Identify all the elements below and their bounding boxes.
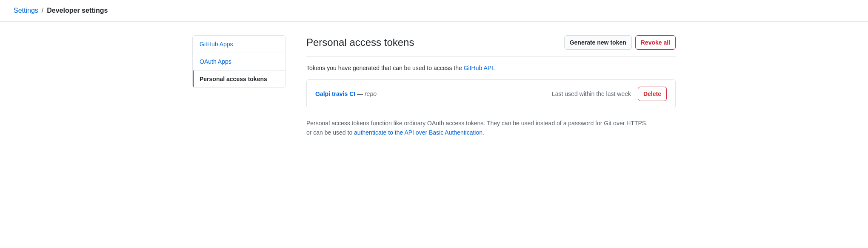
breadcrumb: Settings / Developer settings [0,0,868,22]
token-right: Last used within the last week Delete [552,87,667,101]
description-text: Tokens you have generated that can be us… [306,64,676,73]
sidebar-item-oauth-apps[interactable]: OAuth Apps [193,53,286,70]
description-prefix: Tokens you have generated that can be us… [306,65,464,71]
content-header: Personal access tokens Generate new toke… [306,35,676,57]
footer-text-1: Personal access tokens function like ord… [306,120,648,127]
token-last-used: Last used within the last week [552,90,631,97]
breadcrumb-current: Developer settings [47,7,108,14]
main-layout: GitHub Apps OAuth Apps Personal access t… [179,22,689,151]
token-name[interactable]: Galpi travis CI [315,90,355,97]
page-title: Personal access tokens [306,37,414,48]
footer-text: Personal access tokens function like ord… [306,118,676,138]
footer-text-3: . [483,129,484,136]
token-info: Galpi travis CI — repo [315,90,377,97]
revoke-all-button[interactable]: Revoke all [635,35,676,50]
table-row: Galpi travis CI — repo Last used within … [307,80,675,108]
footer-text-2: or can be used to [306,129,354,136]
sidebar: GitHub Apps OAuth Apps Personal access t… [192,35,286,88]
github-api-link[interactable]: GitHub API [464,65,493,71]
description-end: . [493,65,495,71]
footer-auth-link[interactable]: authenticate to the API over Basic Authe… [354,129,483,136]
token-scope-separator: — [357,90,365,97]
delete-token-button[interactable]: Delete [638,87,667,101]
sidebar-item-personal-access-tokens[interactable]: Personal access tokens [193,70,286,87]
generate-new-token-button[interactable]: Generate new token [564,35,632,50]
header-buttons: Generate new token Revoke all [564,35,676,50]
token-scope: repo [365,90,377,97]
sidebar-item-github-apps[interactable]: GitHub Apps [193,36,286,53]
token-list: Galpi travis CI — repo Last used within … [306,79,676,108]
breadcrumb-separator: / [42,7,43,14]
breadcrumb-settings-link[interactable]: Settings [14,7,38,14]
content-area: Personal access tokens Generate new toke… [306,35,676,138]
